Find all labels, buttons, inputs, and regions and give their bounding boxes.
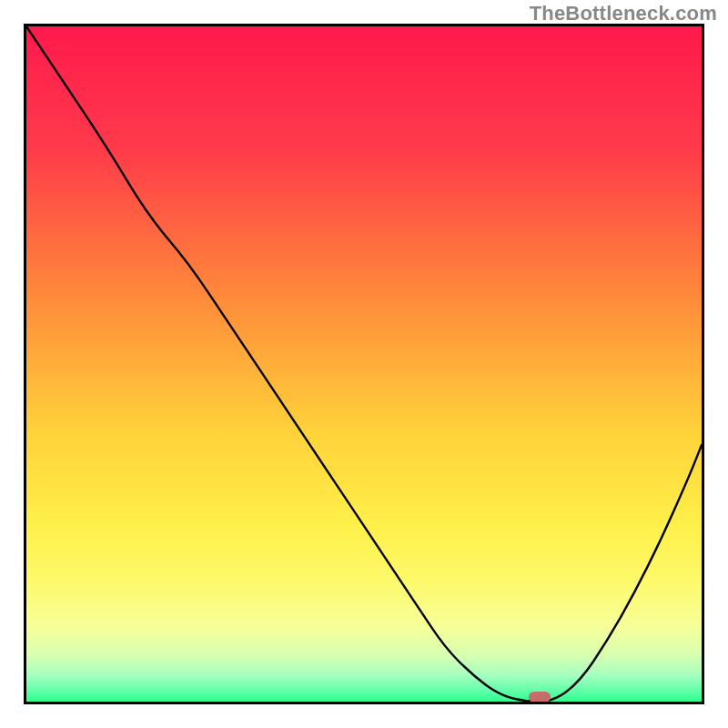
attribution-text: TheBottleneck.com (530, 2, 717, 25)
plot-area (24, 24, 704, 704)
optimal-marker (529, 692, 551, 703)
bottleneck-curve (26, 26, 702, 702)
